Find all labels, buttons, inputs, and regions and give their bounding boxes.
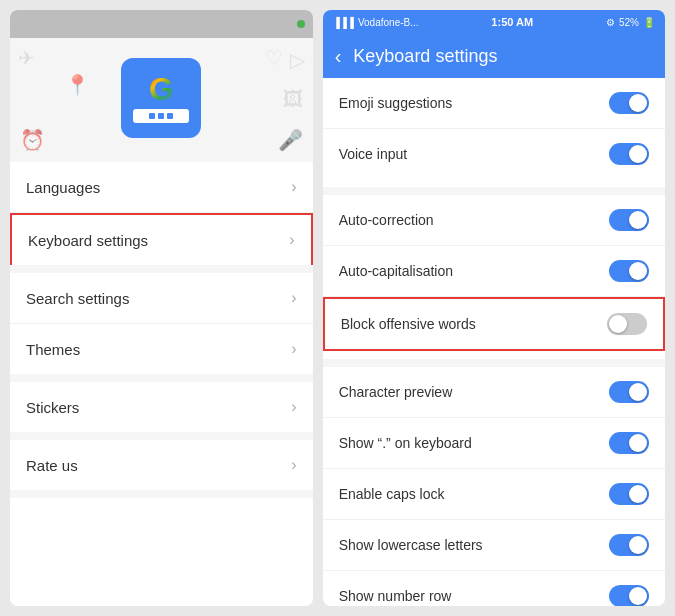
bg-heart-icon: ♡ [265,46,283,70]
setting-show-number-row-label: Show number row [339,588,452,604]
keyboard-bar [133,109,189,123]
toggle-voice-input[interactable] [609,143,649,165]
toggle-character-preview[interactable] [609,381,649,403]
toggle-knob [629,211,647,229]
settings-section-1: Emoji suggestions Voice input [323,78,665,179]
status-time: 1:50 AM [491,16,533,28]
section-divider-2 [323,359,665,367]
setting-block-offensive-words[interactable]: Block offensive words [323,297,665,351]
chevron-icon: › [291,456,296,474]
key-dot-2 [158,113,164,119]
gear-icon: ⚙ [606,17,615,28]
bg-clock-icon: ⏰ [20,128,45,152]
logo-area: ✈ ♡ 📍 ▷ ⏰ 🎤 🖼 G [10,38,313,162]
setting-auto-correction[interactable]: Auto-correction [323,195,665,246]
menu-section-1: Languages › Keyboard settings › [10,162,313,273]
chevron-icon: › [291,289,296,307]
google-g-letter: G [149,73,174,105]
setting-show-dot-on-keyboard-label: Show “.” on keyboard [339,435,472,451]
menu-section-2: Search settings › Themes › [10,273,313,382]
back-button[interactable]: ‹ [335,45,342,68]
setting-voice-input[interactable]: Voice input [323,129,665,179]
chevron-icon: › [289,231,294,249]
setting-voice-input-label: Voice input [339,146,408,162]
key-dot-3 [167,113,173,119]
toggle-show-number-row[interactable] [609,585,649,606]
setting-enable-caps-lock-label: Enable caps lock [339,486,445,502]
toggle-knob [629,536,647,554]
setting-auto-capitalisation[interactable]: Auto-capitalisation [323,246,665,297]
toggle-knob [629,485,647,503]
setting-auto-capitalisation-label: Auto-capitalisation [339,263,453,279]
setting-emoji-suggestions[interactable]: Emoji suggestions [323,78,665,129]
toggle-enable-caps-lock[interactable] [609,483,649,505]
toggle-knob [609,315,627,333]
toggle-auto-capitalisation[interactable] [609,260,649,282]
setting-character-preview-label: Character preview [339,384,453,400]
status-left: ▐▐▐ Vodafone-B... [333,17,419,28]
right-panel: ▐▐▐ Vodafone-B... 1:50 AM ⚙ 52% 🔋 ‹ Keyb… [323,10,665,606]
setting-emoji-suggestions-label: Emoji suggestions [339,95,453,111]
settings-list: Emoji suggestions Voice input Auto-corre… [323,78,665,606]
left-panel: ✈ ♡ 📍 ▷ ⏰ 🎤 🖼 G Languages › Keyboard set… [10,10,313,606]
header-title: Keyboard settings [353,46,497,67]
toggle-knob [629,587,647,605]
toggle-knob [629,434,647,452]
toggle-knob [629,94,647,112]
toggle-knob [629,145,647,163]
key-dot-1 [149,113,155,119]
right-status-bar: ▐▐▐ Vodafone-B... 1:50 AM ⚙ 52% 🔋 [323,10,665,34]
setting-enable-caps-lock[interactable]: Enable caps lock [323,469,665,520]
toggle-auto-correction[interactable] [609,209,649,231]
bg-image-icon: 🖼 [283,88,303,111]
right-header: ‹ Keyboard settings [323,34,665,78]
battery-icon: 🔋 [643,17,655,28]
menu-item-keyboard-settings[interactable]: Keyboard settings › [10,213,313,265]
menu-item-themes-label: Themes [26,341,80,358]
menu-item-themes[interactable]: Themes › [10,324,313,374]
toggle-knob [629,383,647,401]
settings-section-3: Character preview Show “.” on keyboard E… [323,367,665,606]
setting-show-number-row[interactable]: Show number row [323,571,665,606]
menu-section-3: Stickers › [10,382,313,440]
status-right: ⚙ 52% 🔋 [606,17,655,28]
bg-location-icon: 📍 [65,73,90,97]
section-divider-1 [323,187,665,195]
toggle-show-lowercase-letters[interactable] [609,534,649,556]
bg-mic-icon: 🎤 [278,128,303,152]
setting-auto-correction-label: Auto-correction [339,212,434,228]
setting-character-preview[interactable]: Character preview [323,367,665,418]
signal-icon: ▐▐▐ [333,17,354,28]
toggle-show-dot-on-keyboard[interactable] [609,432,649,454]
menu-item-search-settings[interactable]: Search settings › [10,273,313,324]
bg-plane-icon: ✈ [18,46,35,70]
menu-section-4: Rate us › [10,440,313,498]
setting-show-lowercase-letters-label: Show lowercase letters [339,537,483,553]
bg-play-icon: ▷ [290,48,305,72]
carrier-name: Vodafone-B... [358,17,419,28]
settings-section-2: Auto-correction Auto-capitalisation Bloc… [323,195,665,351]
menu-item-keyboard-settings-label: Keyboard settings [28,232,148,249]
gboard-logo: G [121,58,201,138]
menu-item-rate-us[interactable]: Rate us › [10,440,313,490]
menu-item-languages-label: Languages [26,179,100,196]
chevron-icon: › [291,178,296,196]
left-status-bar [10,10,313,38]
chevron-icon: › [291,340,296,358]
left-menu-list: Languages › Keyboard settings › Search s… [10,162,313,606]
menu-item-rate-us-label: Rate us [26,457,78,474]
setting-show-lowercase-letters[interactable]: Show lowercase letters [323,520,665,571]
menu-item-stickers-label: Stickers [26,399,79,416]
setting-block-offensive-words-label: Block offensive words [341,316,476,332]
battery-level: 52% [619,17,639,28]
status-dot [297,20,305,28]
toggle-emoji-suggestions[interactable] [609,92,649,114]
chevron-icon: › [291,398,296,416]
toggle-block-offensive-words[interactable] [607,313,647,335]
menu-item-stickers[interactable]: Stickers › [10,382,313,432]
setting-show-dot-on-keyboard[interactable]: Show “.” on keyboard [323,418,665,469]
toggle-knob [629,262,647,280]
menu-item-languages[interactable]: Languages › [10,162,313,213]
menu-item-search-settings-label: Search settings [26,290,129,307]
